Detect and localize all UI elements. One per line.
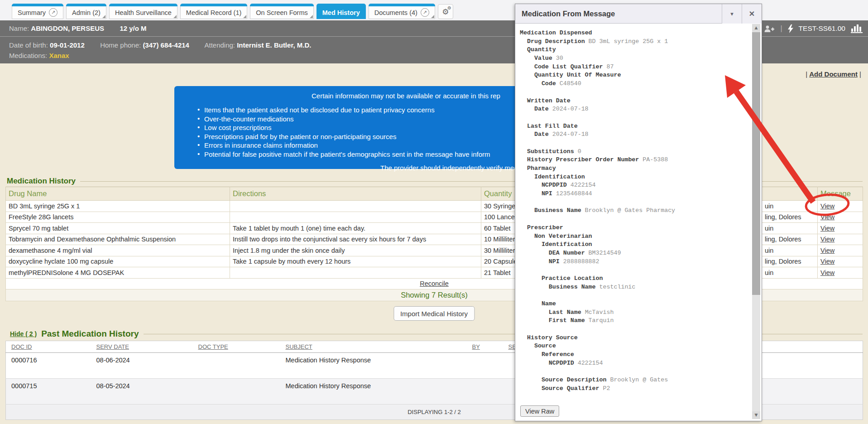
message-line: NPI2888888882 (520, 258, 751, 267)
tab-on-screen-forms[interactable]: On Screen Forms (250, 4, 313, 19)
view-message-link[interactable]: View (820, 225, 834, 232)
view-message-link[interactable]: View (820, 236, 834, 243)
external-link-icon[interactable]: ↗ (421, 8, 429, 17)
message-line: Name (520, 300, 751, 309)
message-field-value: Tarquin (589, 317, 614, 324)
column-header-label: DOC ID (11, 343, 32, 350)
column-header[interactable]: BY (467, 341, 503, 353)
message-field-label: Last Name (549, 309, 581, 316)
chevron-down-icon[interactable]: ▾ (722, 4, 742, 24)
reconcile-link[interactable]: Reconcile (420, 280, 449, 287)
dialog-titlebar[interactable]: Medication From Message ▾ ✕ (515, 4, 762, 24)
column-header-label: DOC TYPE (198, 343, 228, 350)
column-header[interactable]: SUBJECT (280, 341, 467, 353)
external-link-icon[interactable]: ↗ (49, 8, 58, 17)
doc-id-cell: 0000715 (6, 379, 91, 405)
hide-link[interactable]: Hide ( 2 ) (10, 330, 37, 337)
doc-type-cell (193, 353, 280, 379)
message-line: Substitutions0 (520, 148, 751, 157)
column-header[interactable]: DOC ID (6, 341, 91, 353)
column-header[interactable]: Drug Name (6, 187, 230, 201)
message-field-label: Name (542, 300, 556, 307)
doc-id-cell: 0000716 (6, 353, 91, 379)
lightning-icon[interactable] (788, 24, 793, 33)
tab-summary[interactable]: Summary↗ (12, 4, 63, 19)
bullet-icon: • (197, 105, 200, 114)
gear-button[interactable]: ⚙⚙ (438, 4, 453, 19)
tab-label: On Screen Forms (256, 9, 307, 16)
column-header[interactable]: Message (818, 187, 863, 201)
directions-cell: Take 1 capsule by mouth every 12 hours (230, 256, 481, 267)
drug-name-cell: doxycycline hyclate 100 mg capsule (6, 256, 230, 267)
bullet-icon: • (197, 140, 200, 149)
message-field-label: Pharmacy (527, 165, 556, 172)
message-blank-line (520, 140, 751, 148)
tab-label: Med History (322, 9, 360, 16)
dob-value: 09-01-2012 (50, 41, 85, 49)
scroll-down-icon[interactable]: ▼ (752, 411, 760, 419)
scrollbar-thumb[interactable] (752, 32, 760, 295)
message-field-value: P2 (603, 385, 610, 392)
dialog-scrollbar[interactable]: ▲ ▼ (752, 24, 760, 419)
message-line: Prescriber (520, 224, 751, 233)
dob-label: Date of birth: (9, 41, 48, 49)
view-message-link[interactable]: View (820, 213, 834, 221)
message-field-label: Quantity (527, 46, 556, 53)
message-cell: View (818, 212, 863, 223)
message-field-value: 30 (556, 55, 563, 62)
message-field-label: Practice Location (542, 275, 603, 282)
message-cell: View (818, 256, 863, 267)
view-message-link[interactable]: View (820, 247, 834, 254)
by-cell (467, 379, 503, 405)
message-line: Non Veterinarian (520, 233, 751, 241)
message-line: Source DescriptionBrooklyn @ Gates (520, 376, 751, 385)
column-header-label: SERV DATE (96, 343, 129, 350)
message-cell: View (818, 223, 863, 234)
phone-label: Home phone: (100, 41, 141, 49)
add-person-icon[interactable] (764, 25, 775, 33)
divider: | (780, 20, 782, 37)
medications-value[interactable]: Xanax (49, 52, 69, 59)
message-field-label: Prescriber (527, 224, 563, 231)
drug-name-cell: dexamethasone 4 mg/ml vial (6, 245, 230, 256)
message-field-label: Quantity Unit Of Measure (534, 72, 621, 78)
message-field-value: PA-5388 (643, 156, 668, 163)
tab-label: Admin (2) (72, 9, 101, 16)
tab-admin-2-[interactable]: Admin (2) (66, 4, 106, 19)
scroll-up-icon[interactable]: ▲ (752, 24, 760, 32)
message-field-value: 2024-07-18 (552, 131, 589, 138)
tab-med-history[interactable]: Med History (317, 4, 366, 19)
tab-documents-4-[interactable]: Documents (4)↗ (369, 4, 435, 19)
drug-name-cell: Sprycel 70 mg tablet (6, 223, 230, 234)
message-line: Code List Qualifier87 (520, 63, 751, 72)
message-line: Date2024-07-18 (520, 131, 751, 140)
patient-age-sex: 12 y/o M (120, 24, 146, 32)
message-field-label: Date (534, 131, 549, 138)
add-document-link[interactable]: Add Document (809, 70, 858, 78)
column-header[interactable]: SERV DATE (91, 341, 193, 353)
import-medical-history-button[interactable]: Import Medical History (393, 306, 475, 321)
message-field-label: Value (534, 55, 552, 62)
gear-icon-small: ⚙ (447, 5, 451, 10)
message-line: First NameTarquin (520, 317, 751, 326)
view-message-link[interactable]: View (820, 202, 834, 210)
close-icon[interactable]: ✕ (742, 4, 762, 24)
tab-health-surveillance[interactable]: Health Surveillance (109, 4, 177, 19)
bullet-icon: • (197, 123, 200, 132)
drug-name-cell: FreeStyle 28G lancets (6, 212, 230, 223)
dialog-title: Medication From Message (515, 10, 722, 18)
view-message-link[interactable]: View (820, 269, 834, 276)
message-line: Last Fill Date (520, 123, 751, 131)
column-header[interactable]: Directions (230, 187, 481, 201)
view-message-link[interactable]: View (820, 258, 834, 265)
message-field-label: History Prescriber Order Number (527, 156, 639, 163)
message-line: Last NameMcTavish (520, 309, 751, 318)
tab-medical-record-1-[interactable]: Medical Record (1) (180, 4, 248, 19)
tab-context-fold-icon (173, 15, 177, 18)
bar-chart-icon[interactable] (851, 24, 863, 33)
notice-bullet-text: Items that the patient asked not be disc… (204, 106, 435, 114)
view-raw-button[interactable]: View Raw (520, 405, 559, 417)
medication-from-message-dialog: Medication From Message ▾ ✕ Medication D… (515, 4, 762, 421)
column-header[interactable]: DOC TYPE (193, 341, 280, 353)
message-blank-line (520, 199, 751, 207)
